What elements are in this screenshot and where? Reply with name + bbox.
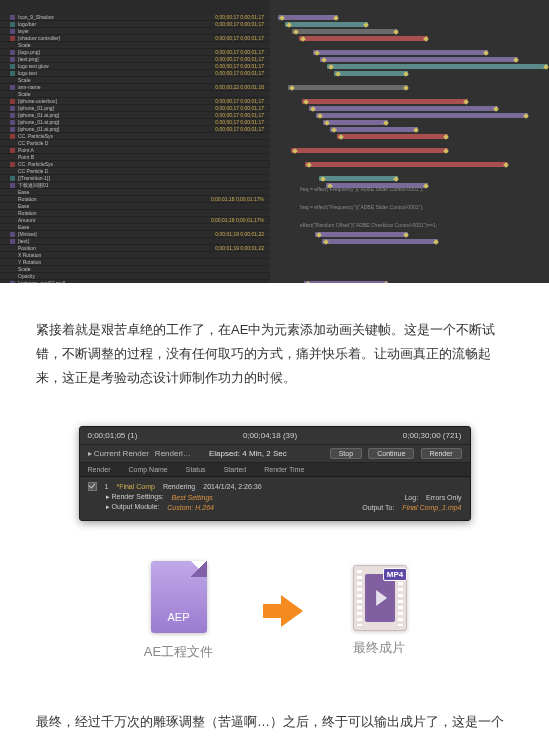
layer-row: Scale [0,266,270,273]
render-status: Rendering [163,483,195,490]
aep-file-icon: AEP [151,561,207,633]
layer-row: X Rotation [0,252,270,259]
layer-row: Rotation0;00;01;18 0;00;01;17% [0,196,270,203]
play-icon [376,590,387,606]
layer-row: CC Particle D [0,168,270,175]
output-to-label: Output To: [362,504,394,511]
aep-file-col: AEP AE工程文件 [144,561,213,661]
layer-row: Y Rotation [0,259,270,266]
render-time-ruler: 0;00;01;05 (1) 0;00;04;18 (39) 0;00;30;0… [80,427,470,445]
layer-bar [319,176,398,181]
continue-button[interactable]: Continue [368,448,414,459]
rendering-label: Renderi… [155,449,191,458]
render-queue-header: Render Comp Name Status Started Render T… [80,463,470,477]
mp4-file-label: 最终成片 [353,639,405,657]
arrow-right-icon [261,593,305,629]
layer-row: [text.png]0;00;00;17 0;00;01;17 [0,56,270,63]
layer-row: CC Particle D [0,140,270,147]
layer-row: [iphone_01.ai.png]0;00;00;17 0;00;01;17 [0,119,270,126]
layer-row: [[Transition-1]] [0,175,270,182]
col-render: Render [88,466,111,473]
output-to-value[interactable]: Final Comp_1.mp4 [402,504,461,511]
render-time-start: 0;00;01;05 (1) [88,431,138,440]
layer-bar [292,29,398,34]
col-status: Status [186,466,206,473]
elapsed-label: Elapsed: 4 Min, 2 Sec [209,449,287,458]
layer-bar [291,148,448,153]
layer-row: logo/bar0;00;00;17 0;00;01;17 [0,21,270,28]
layer-bar [304,281,388,283]
layer-row: Point B [0,154,270,161]
layer-bar [302,99,468,104]
layer-row: Ease [0,189,270,196]
layer-row: [optimize_text02.psd] [0,280,270,283]
layer-bar [316,113,528,118]
layer-row: 下载返回图01 [0,182,270,189]
comp-name: *Final Comp [116,483,155,490]
layer-bar [299,36,428,41]
layer-row: CC. ParticleSys [0,161,270,168]
ae-render-queue-screenshot: 0;00;01;05 (1) 0;00;04;18 (39) 0;00;30;0… [79,426,471,521]
render-settings-value[interactable]: Best Settings [172,494,213,501]
layer-row: Ease [0,203,270,210]
render-checkbox-icon[interactable] [88,482,97,491]
layer-bar [309,106,498,111]
layer-row: Scale [0,77,270,84]
layer-row: [iphone_01.png]0;00;00;17 0;00;01;17 [0,105,270,112]
layer-bar [322,239,438,244]
render-status-row: ▸ Current Render Renderi… Elapsed: 4 Min… [80,445,470,463]
expression-text: freq = effect("Frequency")("ADBE Slider … [300,186,423,192]
render-index: 1 [105,483,109,490]
layer-bar [315,232,408,237]
stop-button[interactable]: Stop [330,448,362,459]
mp4-file-col: MP4 最终成片 [353,565,405,657]
layer-row: Opacity [0,273,270,280]
render-settings-label: ▸ Render Settings: [106,493,164,501]
article-paragraph-2: 最终，经过千万次的雕琢调整（苦逼啊…）之后，终于可以输出成片了，这是一个催人泪下… [0,674,549,736]
layer-row: Scale [0,42,270,49]
layer-row: [iphone_01.ai.png]0;00;00;17 0;00;01;17 [0,126,270,133]
file-conversion-row: AEP AE工程文件 MP4 最终成片 [0,561,549,661]
layer-row: Point A [0,147,270,154]
log-value[interactable]: Errors Only [426,494,461,501]
layer-bar [285,22,368,27]
mp4-tag-text: MP4 [383,568,407,581]
layer-row: logo text glow0;00;00;17 0;00;01;17 [0,63,270,70]
ae-timeline-screenshot: Icon_9_Shadow0;00;00;17 0;00;01;17logo/b… [0,0,549,283]
output-module-value[interactable]: Custom: H.264 [167,504,214,511]
render-time-current: 0;00;04;18 (39) [243,431,297,440]
layer-bar [334,71,408,76]
layer-bar [278,15,338,20]
timeline-graph-panel: freq = effect("Frequency")("ADBE Slider … [270,0,549,283]
layer-bar [305,162,508,167]
layer-row: Ease [0,224,270,231]
mp4-file-icon: MP4 [353,565,405,629]
layer-bar [327,64,548,69]
aep-file-label: AE工程文件 [144,643,213,661]
col-started: Started [224,466,247,473]
layer-bar [330,127,418,132]
render-button[interactable]: Render [421,448,462,459]
layer-row: CC. ParticleSys [0,133,270,140]
layer-row: [Miniset]0;00;01;19 0;00;01;22 [0,231,270,238]
layer-row: layer [0,28,270,35]
layer-row: Icon_9_Shadow0;00;00;17 0;00;01;17 [0,14,270,21]
layer-row: [iphone_01.ai.png]0;00;00;17 0;00;01;17 [0,112,270,119]
col-rtime: Render Time [264,466,304,473]
layer-bar [323,120,388,125]
log-label: Log: [404,494,418,501]
layer-row: [iphone-outerbox]0;00;00;17 0;00;01;17 [0,98,270,105]
render-time-end: 0;00;30;00 (721) [403,431,462,440]
expression-text: freq = effect("Frequency")("ADBE Slider … [300,204,423,210]
layer-row: [logo.png]0;00;00;17 0;00;01;17 [0,49,270,56]
aep-badge-text: AEP [151,611,207,623]
render-item-row: 1 *Final Comp Rendering 2014/1/24, 2:26:… [88,481,462,492]
layer-row: [shadow controller]0;00;00;17 0;00;01;17 [0,35,270,42]
layer-row: Amount0;00;01;18 0;00;01;17% [0,217,270,224]
current-render-label: ▸ Current Render [88,449,149,458]
layer-row: Rotation [0,210,270,217]
article-paragraph-1: 紧接着就是艰苦卓绝的工作了，在AE中为元素添加动画关键帧。这是一个不断试错，不断… [0,296,549,396]
layer-row: [text] [0,238,270,245]
output-module-label: ▸ Output Module: [106,503,160,511]
layer-row: logo text0;00;00;17 0;00;01;17 [0,70,270,77]
